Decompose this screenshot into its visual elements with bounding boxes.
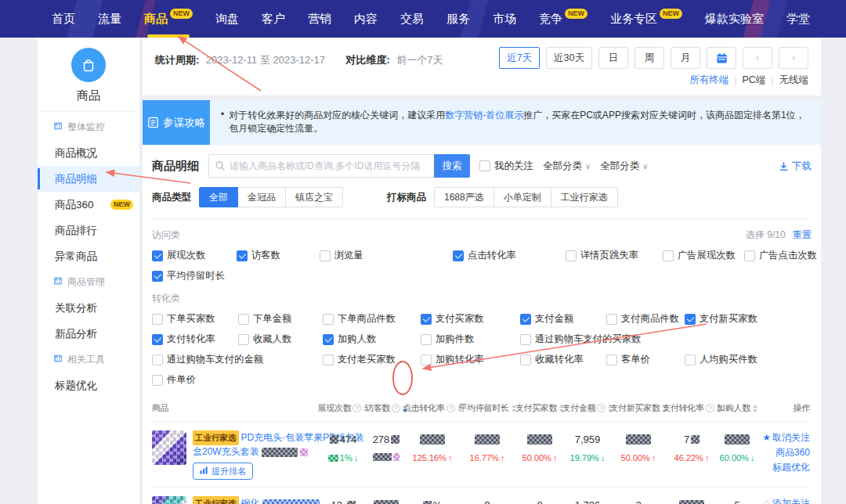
- sidebar-item-goods-overview[interactable]: 商品概况: [38, 140, 139, 166]
- column-header-new-pay-buyers[interactable]: 支付新买家数: [611, 402, 666, 414]
- nav-item-academy[interactable]: 学堂: [786, 0, 810, 38]
- convert-checkbox-2-3[interactable]: 收藏转化率: [520, 353, 606, 366]
- convert-checkbox-0-4[interactable]: 支付金额: [520, 312, 606, 326]
- follow-toggle-link[interactable]: ☆添加关注: [757, 496, 810, 504]
- type-button-shop-treasure[interactable]: 镇店之宝: [285, 187, 343, 207]
- visit-checkbox-0-4[interactable]: 详情页跳失率: [566, 249, 663, 262]
- product-thumbnail[interactable]: [152, 430, 186, 465]
- convert-checkbox-2-5[interactable]: 人均购买件数: [685, 353, 812, 366]
- convert-checkbox-2-1[interactable]: 支付老买家数: [323, 353, 421, 366]
- visit-checkbox-0-1[interactable]: 访客数: [237, 249, 320, 262]
- nav-item-hot-lab[interactable]: 爆款实验室: [705, 0, 764, 38]
- sidebar-item-related-tools[interactable]: 相关工具: [38, 347, 139, 373]
- change-percent: 16.77%: [470, 453, 499, 463]
- convert-checkbox-2-2[interactable]: 加购转化率: [421, 353, 520, 366]
- sidebar-item-abnormal-goods[interactable]: 异常商品: [38, 243, 139, 269]
- convert-checkbox-0-6[interactable]: 支付新买家数: [685, 312, 812, 326]
- nav-item-inquiry[interactable]: 询盘: [215, 0, 239, 38]
- convert-checkbox-1-3[interactable]: 加购件数: [421, 333, 520, 346]
- nav-item-traffic[interactable]: 流量: [98, 0, 121, 38]
- product-thumbnail[interactable]: [152, 496, 186, 504]
- range-button-last-7-days[interactable]: 近7天: [499, 47, 540, 69]
- convert-checkbox-0-3[interactable]: 支付买家数: [421, 312, 520, 326]
- download-button[interactable]: 下载: [779, 160, 812, 173]
- nav-item-trade[interactable]: 交易: [400, 0, 424, 38]
- visit-checkbox-0-2[interactable]: 浏览量: [320, 249, 453, 262]
- range-button-day[interactable]: 日: [598, 47, 628, 69]
- convert-checkbox-1-0[interactable]: 支付转化率: [152, 333, 238, 346]
- strategy-banner-tab[interactable]: 参谋攻略: [143, 100, 210, 145]
- metric-cell-avg-stay: 16.77%↑: [459, 430, 515, 480]
- product-title-link[interactable]: 钢化: [241, 497, 260, 504]
- visit-checkbox-0-3[interactable]: 点击转化率: [453, 249, 566, 262]
- nav-item-goods[interactable]: 商品NEW: [144, 0, 193, 38]
- nav-item-customer[interactable]: 客户: [262, 0, 285, 38]
- product-title-link[interactable]: 盒20W充头套装: [193, 445, 259, 459]
- nav-item-competition[interactable]: 竞争NEW: [539, 0, 588, 38]
- convert-checkbox-0-0[interactable]: 下单买家数: [152, 312, 238, 326]
- terminal-link-pc-terminal[interactable]: PC端: [742, 74, 765, 87]
- column-header-impressions[interactable]: 展现次数?: [320, 402, 367, 414]
- convert-checkbox-1-2[interactable]: 加购人数: [323, 333, 421, 346]
- my-follow-checkbox[interactable]: 我的关注: [479, 160, 533, 173]
- op-link-0[interactable]: 商品360: [757, 445, 810, 460]
- banner-promo-link[interactable]: 数字营销-首位展示: [445, 110, 523, 121]
- reset-button[interactable]: 重置: [793, 229, 812, 240]
- visit-checkbox-0-6[interactable]: 广告点击次数: [744, 249, 817, 262]
- category-select-2[interactable]: 全部分类 ∨: [600, 160, 648, 173]
- nav-item-content[interactable]: 内容: [354, 0, 378, 38]
- sidebar-item-overall-monitor[interactable]: 整体监控: [38, 114, 139, 140]
- sidebar-item-title-optimize[interactable]: 标题优化: [38, 373, 139, 398]
- boost-rank-button[interactable]: 提升排名: [193, 463, 253, 480]
- sidebar-item-goods-manage[interactable]: 商品管理: [38, 269, 139, 295]
- sidebar-item-goods-rank[interactable]: 商品排行: [38, 218, 139, 243]
- range-button-month[interactable]: 月: [671, 47, 700, 69]
- op-link-1[interactable]: 标题优化: [757, 460, 810, 475]
- visit-checkbox-0-5[interactable]: 广告展现次数: [663, 249, 744, 262]
- terminal-link-all-terminals[interactable]: 所有终端: [689, 74, 728, 87]
- convert-checkbox-2-4[interactable]: 客单价: [606, 353, 685, 366]
- visit-checkbox-0-0[interactable]: 展现次数: [152, 249, 237, 262]
- column-header-click-rate[interactable]: 点击转化率?: [406, 402, 459, 414]
- convert-checkbox-2-0[interactable]: 通过购物车支付的金额: [152, 353, 323, 366]
- column-header-cart-users[interactable]: 加购人数: [718, 402, 757, 414]
- convert-checkbox-0-5[interactable]: 支付商品件数: [606, 312, 685, 326]
- sidebar-item-goods-detail[interactable]: 商品明细: [38, 166, 139, 192]
- category-select-1[interactable]: 全部分类 ∨: [543, 160, 591, 173]
- convert-checkbox-0-2[interactable]: 下单商品件数: [323, 312, 421, 326]
- nav-item-market[interactable]: 市场: [493, 0, 516, 38]
- nav-item-marketing[interactable]: 营销: [308, 0, 331, 38]
- convert-checkbox-1-4[interactable]: 通过购物车支付的买家数: [520, 333, 606, 346]
- nav-item-biz-zone[interactable]: 业务专区NEW: [610, 0, 682, 38]
- column-header-pay-buyers[interactable]: 支付买家数: [515, 402, 564, 414]
- nav-item-home[interactable]: 首页: [52, 0, 75, 38]
- column-header-pay-amount[interactable]: 支付金额?: [564, 402, 611, 414]
- range-button-week[interactable]: 周: [634, 47, 664, 69]
- next-period-button[interactable]: ›: [779, 47, 808, 69]
- sidebar-item-new-goods-analysis[interactable]: 新品分析: [38, 321, 139, 347]
- mark-button-industry-expert[interactable]: 工业行家选: [551, 187, 618, 207]
- terminal-link-wireless-terminal[interactable]: 无线端: [779, 74, 809, 87]
- search-input[interactable]: [208, 154, 434, 178]
- new-badge: NEW: [110, 200, 133, 210]
- sidebar-item-relation-analysis[interactable]: 关联分析: [38, 295, 139, 321]
- column-header-pay-rate[interactable]: 支付转化率?: [666, 402, 718, 414]
- convert-checkbox-3-0[interactable]: 件单价: [152, 373, 238, 387]
- column-label: 平均停留时长: [458, 402, 508, 414]
- type-button-gold-crown[interactable]: 金冠品: [237, 187, 286, 207]
- follow-toggle-link[interactable]: ★取消关注: [757, 430, 810, 445]
- sidebar-item-goods-360[interactable]: 商品360NEW: [38, 192, 139, 218]
- calendar-button[interactable]: [707, 47, 736, 69]
- visit-checkbox-1-0[interactable]: 平均停留时长: [152, 269, 237, 283]
- column-header-visitors[interactable]: 访客数?: [367, 402, 406, 414]
- mark-button-small-order-custom[interactable]: 小单定制: [494, 187, 551, 207]
- convert-checkbox-0-1[interactable]: 下单金额: [238, 312, 323, 326]
- column-header-avg-stay[interactable]: 平均停留时长: [459, 402, 515, 414]
- type-button-all[interactable]: 全部: [199, 187, 238, 207]
- mark-button-1688-selected[interactable]: 1688严选: [434, 187, 494, 207]
- search-button[interactable]: 搜索: [434, 154, 470, 178]
- range-button-last-30-days[interactable]: 近30天: [546, 47, 592, 69]
- nav-item-service[interactable]: 服务: [446, 0, 470, 38]
- convert-checkbox-1-1[interactable]: 收藏人数: [238, 333, 323, 346]
- prev-period-button[interactable]: ‹: [743, 47, 772, 69]
